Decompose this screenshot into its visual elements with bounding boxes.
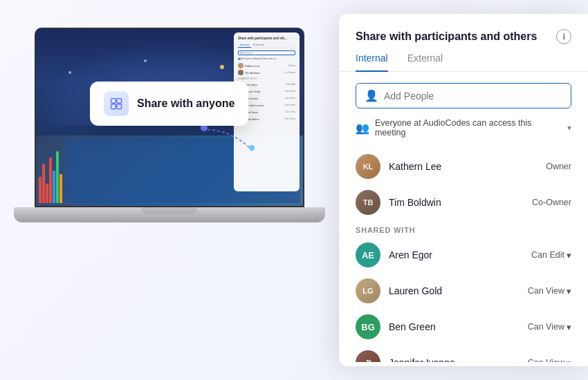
person-role-tim: Co-Owner (532, 198, 571, 207)
access-notice: 👥 Everyone at AudioCodes can access this… (356, 118, 571, 137)
panel-header: Share with participants and others ℹ (339, 14, 588, 44)
group-icon: 👥 (356, 122, 369, 135)
person-name-tim: Tim Boldwin (389, 197, 524, 208)
ben-role-chevron: ▾ (567, 322, 571, 332)
person-name-jennifer: Jennifer Ivonne (389, 357, 520, 362)
panel-body: 👤 👥 Everyone at AudioCodes can access th… (339, 72, 588, 362)
access-notice-text: Everyone at AudioCodes can access this m… (375, 118, 562, 137)
person-name-kathern: Kathern Lee (389, 161, 538, 172)
avatar-ben: BG (356, 314, 380, 339)
shared-with-label: SHARED WITH (356, 220, 571, 237)
laptop-device: Share with participants and oth... Inter… (14, 21, 332, 352)
panel-tabs: Internal External (339, 44, 588, 72)
person-row-jennifer: JI Jennifer Ivonne Can View ▾ (356, 345, 571, 362)
share-icon-box (104, 91, 129, 116)
person-name-ben: Ben Green (389, 321, 520, 332)
share-panel: Share with participants and others ℹ Int… (339, 14, 588, 366)
svg-rect-2 (111, 104, 116, 109)
panel-title: Share with participants and others (356, 30, 537, 43)
person-row-ben: BG Ben Green Can View ▾ (356, 309, 571, 345)
avatar-initials-lauren: LG (362, 287, 373, 295)
aren-role-chevron: ▾ (567, 250, 571, 260)
tab-internal[interactable]: Internal (356, 53, 388, 72)
avatar-initials-tim: TB (363, 198, 374, 207)
person-role-kathern: Owner (546, 162, 571, 171)
person-row-lauren: LG Lauren Gold Can View ▾ (356, 273, 571, 309)
person-row-tim: TB Tim Boldwin Co-Owner (356, 184, 571, 220)
avatar-initials-kathern: KL (363, 162, 374, 171)
jennifer-role-chevron: ▾ (567, 358, 571, 363)
tab-external[interactable]: External (407, 53, 443, 72)
person-name-aren: Aren Egor (389, 249, 523, 260)
svg-rect-1 (117, 99, 122, 104)
avatar-initials-jennifer: JI (365, 359, 371, 362)
share-tooltip-text: Share with anyone (137, 97, 235, 110)
person-row-aren: AE Aren Egor Can Edit ▾ (356, 237, 571, 273)
add-people-input-wrap[interactable]: 👤 (356, 83, 571, 108)
person-row-kathern: KL Kathern Lee Owner (356, 149, 571, 184)
connector-dot-2 (249, 145, 255, 151)
avatar-aren: AE (356, 243, 380, 267)
laptop-base (14, 207, 325, 222)
add-people-input[interactable] (384, 91, 562, 102)
avatar-kathern: KL (356, 154, 380, 179)
avatar-lauren: LG (356, 278, 380, 303)
add-person-icon: 👤 (365, 89, 378, 102)
laptop-notch (142, 207, 197, 214)
svg-rect-0 (111, 99, 116, 104)
lauren-role-chevron: ▾ (567, 286, 571, 296)
person-role-lauren[interactable]: Can View ▾ (528, 286, 571, 296)
info-icon[interactable]: ℹ (556, 29, 571, 44)
person-role-jennifer[interactable]: Can View ▾ (528, 358, 571, 363)
avatar-jennifer: JI (356, 350, 380, 362)
access-chevron-icon[interactable]: ▾ (567, 123, 571, 133)
person-role-ben[interactable]: Can View ▾ (528, 322, 571, 332)
person-name-lauren: Lauren Gold (389, 285, 520, 296)
avatar-tim: TB (356, 190, 380, 215)
share-link-icon (109, 97, 123, 111)
share-tooltip: Share with anyone (90, 82, 248, 126)
svg-rect-3 (117, 104, 122, 109)
person-role-aren[interactable]: Can Edit ▾ (531, 250, 571, 260)
